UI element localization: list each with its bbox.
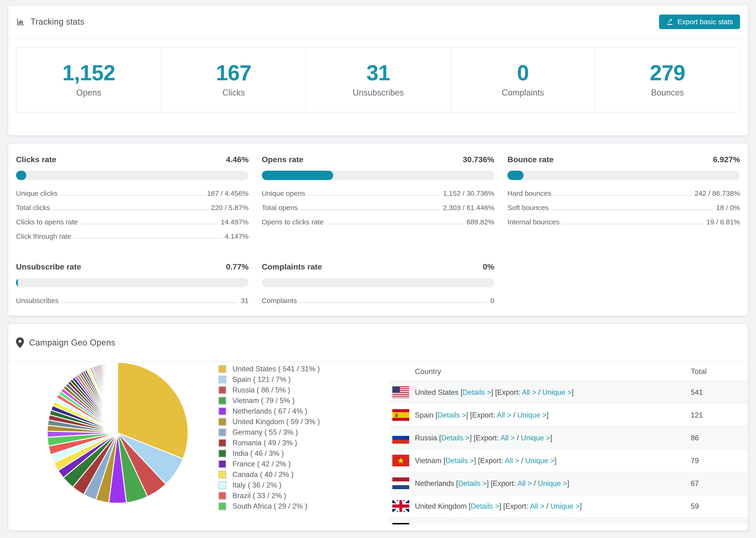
export-basic-stats-button[interactable]: Export basic stats [659,15,740,29]
rate-value: 30.736% [463,155,494,164]
rate-panel-clicks-rate: Clicks rate 4.46% Unique clicks 167 / 4.… [16,155,249,247]
export-icon [666,18,674,26]
rate-detail-value: 18 / 0% [716,204,740,212]
stat-complaints: 0 Complaints [450,48,595,112]
dotted-leader [327,224,463,224]
geo-table: Country Total United States [Details >] … [389,362,748,524]
rate-detail-row: Unsubscribes 31 [16,297,249,305]
rates-grid: Clicks rate 4.46% Unique clicks 167 / 4.… [8,144,748,322]
stat-unsubscribes: 31 Unsubscribes [306,48,450,112]
rate-detail-row: Total clicks 220 / 5.87% [16,204,249,212]
country-total: 541 [691,381,703,404]
geo-pie-chart [45,360,190,506]
rate-panel-complaints-rate: Complaints rate 0% Complaints 0 [262,262,495,311]
flag-vn-icon: ★ [392,455,409,466]
rate-panel-opens-rate: Opens rate 30.736% Unique opens 1,152 / … [262,155,495,247]
stat-clicks: 167 Clicks [161,48,306,112]
legend-item: India ( 46 / 3% ) [218,449,320,458]
details-link[interactable]: Details > [471,502,499,510]
country-total: 67 [691,472,699,495]
legend-color-chip [218,376,226,384]
rate-detail-value: 19 / 6.81% [706,218,740,226]
export-all-link[interactable]: All > [522,388,536,397]
legend-label: India ( 46 / 3% ) [233,449,284,458]
export-unique-link[interactable]: Unique > [517,411,547,419]
legend-label: Romania ( 49 / 3% ) [233,439,297,447]
details-link[interactable]: Details > [445,457,474,465]
legend-color-chip [218,365,226,373]
rate-detail-label: Soft bounces [507,204,549,212]
rate-value: 0% [483,262,494,271]
legend-color-chip [218,428,226,436]
country-name: Spain [415,411,433,419]
export-unique-link[interactable]: Unique > [538,479,567,488]
legend-color-chip [218,450,226,457]
export-unique-link[interactable]: Unique > [550,502,580,510]
rate-title: Bounce rate [507,155,554,164]
bar-chart-icon [16,17,26,27]
stat-opens: 1,152 Opens [17,48,161,112]
column-total: Total [691,367,707,376]
stat-label: Clicks [222,88,245,98]
export-all-link[interactable]: All > [505,457,519,465]
dotted-leader [563,224,703,224]
stats-summary: 1,152 Opens167 Clicks31 Unsubscribes0 Co… [16,47,740,112]
geo-table-row: Russia [Details >] [Export: All > / Uniq… [389,426,748,449]
stat-value: 31 [366,62,390,83]
legend-item: Brazil ( 33 / 2% ) [218,492,320,500]
legend-label: United Kingdom ( 59 / 3% ) [233,418,320,426]
details-link[interactable]: Details > [458,479,486,488]
rate-detail-label: Hard bounces [507,189,551,197]
legend-item: United States ( 541 / 31% ) [218,365,320,373]
geo-header: Campaign Geo Opens [8,324,748,362]
export-all-link[interactable]: All > [530,502,544,510]
legend-label: France ( 42 / 2% ) [233,460,291,468]
geo-table-row: United States [Details >] [Export: All >… [389,381,748,404]
stat-value: 279 [650,62,685,83]
dotted-leader [75,238,221,239]
legend-label: Brazil ( 33 / 2% ) [233,492,286,500]
rate-detail-row: Opens to clicks rate 689.82% [262,218,495,226]
legend-color-chip [218,502,226,510]
details-link[interactable]: Details > [438,411,466,419]
legend-color-chip [218,407,226,415]
rate-title: Clicks rate [16,155,56,164]
campaign-geo-opens-card: Campaign Geo Opens United States ( 541 /… [8,323,748,531]
details-link[interactable]: Details > [462,388,491,397]
country-total: 55 [691,518,699,524]
country-name: United States [415,388,459,397]
export-unique-link[interactable]: Unique > [521,434,550,442]
legend-label: Canada ( 40 / 2% ) [233,470,294,479]
rate-title: Unsubscribe rate [16,262,81,271]
legend-item: Italy ( 36 / 2% ) [218,481,320,489]
rate-detail-row: Unique opens 1,152 / 30.736% [262,189,495,197]
export-all-link[interactable]: All > [517,479,532,488]
legend-item: Russia ( 86 / 5% ) [218,386,320,394]
export-unique-link[interactable]: Unique > [525,457,555,465]
stat-value: 1,152 [62,62,115,83]
rate-detail-row: Complaints 0 [262,297,495,305]
rate-detail-value: 2,303 / 61.446% [443,204,495,212]
legend-color-chip [218,492,226,500]
export-unique-link[interactable]: Unique > [542,388,572,397]
rate-title: Opens rate [262,155,303,164]
tracking-stats-page: Tracking stats Export basic stats 1,152 … [0,0,756,538]
rates-card: Clicks rate 4.46% Unique clicks 167 / 4.… [8,143,748,316]
legend-item: Vietnam ( 79 / 5% ) [218,397,320,405]
rate-detail-label: Total clicks [16,204,50,212]
export-all-link[interactable]: All > [500,434,514,442]
rate-detail-label: Unique clicks [16,189,58,197]
export-all-link[interactable]: All > [497,411,511,419]
rate-detail-value: 689.82% [466,218,494,226]
geo-table-row: Spain [Details >] [Export: All > / Uniqu… [389,404,748,426]
legend-label: Spain ( 121 / 7% ) [233,375,291,384]
legend-color-chip [218,397,226,405]
rate-detail-label: Unique opens [262,189,305,197]
stat-value: 167 [216,62,251,83]
rate-progress-bar [262,171,495,180]
rate-detail-value: 1,152 / 30.736% [443,189,495,197]
details-link[interactable]: Details > [441,434,469,442]
rate-value: 6.927% [713,155,740,164]
geo-legend: United States ( 541 / 31% ) Spain ( 121 … [218,365,320,512]
legend-item: Canada ( 40 / 2% ) [218,470,320,479]
